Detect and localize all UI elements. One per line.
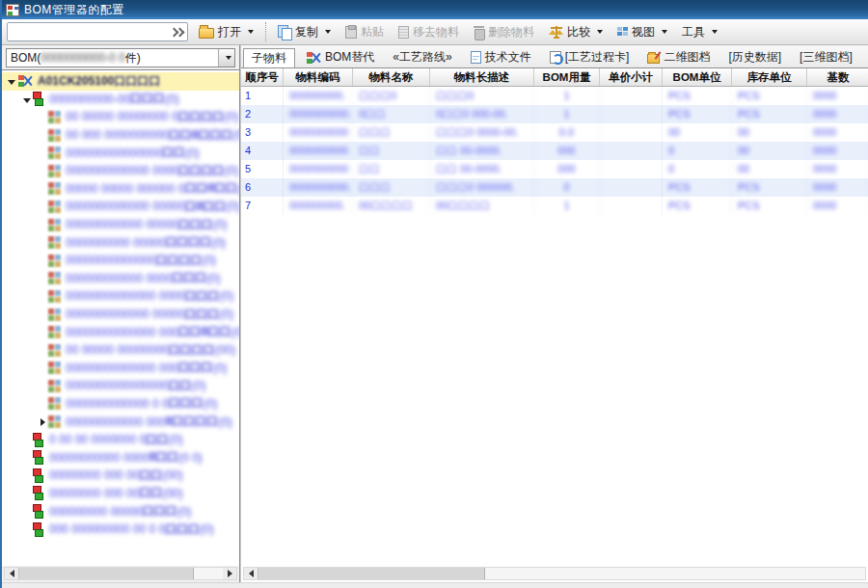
cell-qty[interactable]: 000 — [534, 142, 600, 160]
cell-stock_unit[interactable]: PCS — [732, 87, 807, 105]
cell-stock_unit[interactable]: PCS — [732, 178, 807, 197]
table-row[interactable]: 1000000000.口口口0口口口01PCSPCS0000 — [241, 87, 868, 105]
cell-base[interactable]: 0000 — [807, 105, 868, 123]
table-row[interactable]: 7000000000.00口口口口00口口口口1PCSPCS0000 — [241, 197, 868, 215]
tab-9[interactable] — [863, 47, 868, 67]
cell-desc[interactable]: 00口口口口 — [430, 197, 534, 215]
cell-qty[interactable]: 1 — [534, 197, 600, 215]
cell-bom_unit[interactable]: PCS — [663, 105, 732, 123]
cell-seq[interactable]: 5 — [241, 160, 284, 178]
cell-code[interactable]: 0000000000 — [284, 123, 353, 142]
tab-7[interactable]: [历史数据] — [720, 47, 789, 67]
tree-item[interactable]: 00000000 000 00 口口(00) — [2, 467, 239, 485]
tree-item[interactable]: 0000000000000 00000 口口口(0) — [2, 306, 239, 324]
copy-button[interactable]: 复制 — [274, 22, 335, 42]
tree-item[interactable]: 00000000000000 0000 口口口(0) — [2, 287, 239, 306]
cell-name[interactable]: 0口口 — [353, 105, 430, 123]
cell-seq[interactable]: 4 — [241, 142, 284, 160]
column-header[interactable]: 物料名称 — [353, 68, 430, 86]
cell-code[interactable]: 000000000. — [284, 197, 353, 215]
column-header[interactable]: 物料长描述 — [430, 68, 534, 86]
tree-item[interactable]: 00 000 0000000000 口口0口口口(00) — [2, 126, 239, 145]
tree-item[interactable]: 0000000000000000 口口(0) — [2, 377, 239, 395]
cell-seq[interactable]: 7 — [241, 197, 284, 215]
cell-price[interactable] — [600, 142, 663, 160]
scroll-right-button[interactable] — [223, 568, 236, 579]
cell-base[interactable]: 0000 — [807, 87, 868, 105]
tab-5[interactable]: [工艺过程卡] — [542, 47, 637, 67]
cell-bom_unit[interactable]: 00 — [663, 123, 732, 142]
cell-base[interactable]: 0000 — [807, 123, 868, 142]
column-header[interactable]: 物料编码 — [284, 68, 353, 86]
cell-stock_unit[interactable]: 00 — [732, 160, 807, 178]
scroll-thumb[interactable] — [18, 568, 194, 579]
tree-item[interactable]: 00 00000 00000000 0 口口口口(0) — [2, 108, 239, 126]
table-row[interactable]: 30000000000口口口口口口0 0000-00.0.000000000 — [241, 123, 868, 142]
cell-desc[interactable]: 口口 00-0000. — [430, 142, 534, 160]
tree-item[interactable]: 000000000000 000 0口口口口(0) — [2, 413, 239, 431]
tree-item[interactable]: 00000000000000 000 口口0口口(0) — [2, 323, 239, 341]
tree-item[interactable]: 0000000000000 00000 口0口口(0) — [2, 198, 239, 216]
cell-stock_unit[interactable]: PCS — [732, 105, 807, 123]
cell-code[interactable]: 0000000000. — [284, 105, 353, 123]
tree-h-scrollbar[interactable] — [4, 567, 237, 580]
tree-item[interactable]: 00000000000 0000 0口口(0 0) — [2, 448, 239, 467]
cell-base[interactable]: 0000 — [807, 197, 868, 215]
expander-down-icon[interactable] — [21, 93, 33, 106]
tab-3[interactable]: «工艺路线» — [385, 47, 459, 67]
cell-name[interactable]: 00口口口口 — [353, 197, 430, 215]
cell-code[interactable]: 0000000000. — [284, 178, 353, 197]
tree-item[interactable]: 0 00 00 0000000 0 口口(0) — [2, 431, 239, 449]
cell-desc[interactable]: 口口 00-0000. — [430, 160, 534, 178]
table-row[interactable]: 40000000000口口口口 00-0000.0000000000 — [241, 142, 868, 160]
cell-qty[interactable]: 1 — [534, 87, 600, 105]
cell-bom_unit[interactable]: PCS — [663, 178, 732, 197]
scroll-track[interactable] — [194, 568, 223, 579]
cell-price[interactable] — [600, 87, 663, 105]
column-header[interactable]: 单价小计 — [600, 68, 663, 86]
cell-desc[interactable]: 0口口0 000-00. — [430, 105, 534, 123]
cell-base[interactable]: 0000 — [807, 142, 868, 160]
tree-item[interactable]: 000000000000 00000 口口口(0) — [2, 216, 239, 234]
cell-price[interactable] — [600, 123, 663, 142]
cell-qty[interactable]: 000 — [534, 160, 600, 178]
cell-code[interactable]: 000000000. — [284, 87, 353, 105]
cell-qty[interactable]: 0 — [534, 178, 600, 197]
cell-desc[interactable]: 口口口0 0000-00. — [430, 123, 534, 142]
tree-item[interactable]: 00000 00000 000000 0 口口0口口(00) — [2, 180, 239, 199]
tree-item[interactable]: A01CK205100 口口口口 — [2, 72, 239, 91]
cell-desc[interactable]: 口口口0 — [430, 87, 534, 105]
cell-bom_unit[interactable]: PCS — [663, 197, 732, 215]
cell-name[interactable]: 口口口 — [353, 123, 430, 142]
expander-right-icon[interactable] — [37, 415, 48, 429]
tree-item[interactable]: 000000000000 0000 口口口(0) — [2, 270, 239, 288]
tree-item[interactable]: 0000000000-00 口口口(0) — [2, 91, 239, 109]
scroll-thumb[interactable] — [258, 568, 485, 579]
cell-name[interactable]: 口口 — [353, 160, 430, 178]
tree-item[interactable]: 00000000000000 000 口口口(0) — [2, 360, 239, 378]
column-header[interactable]: 库存单位 — [732, 68, 807, 86]
cell-price[interactable] — [600, 178, 663, 197]
quick-search-input[interactable] — [7, 22, 188, 41]
table-row[interactable]: 60000000000.口口口口口口0 000000.0PCSPCS0000 — [241, 178, 868, 197]
column-header[interactable]: BOM单位 — [663, 68, 732, 86]
tree-item[interactable]: 0000000000000 0000 口口口口(0) — [2, 162, 239, 180]
tree-item[interactable]: 00 00000 00000000 口口口口(00) — [2, 341, 239, 360]
cell-stock_unit[interactable]: 00 — [732, 142, 807, 160]
cell-bom_unit[interactable]: 0 — [663, 142, 732, 160]
cell-base[interactable]: 0000 — [807, 160, 868, 178]
cell-seq[interactable]: 3 — [241, 123, 284, 142]
tree-item[interactable]: 0000000000 00000 口口口口(0) — [2, 233, 239, 252]
column-header[interactable]: 基数 — [807, 68, 868, 86]
cell-name[interactable]: 口口 — [353, 142, 430, 160]
tree-item[interactable]: 000 000000000 00 0 0 口口口(0) — [2, 521, 239, 539]
cell-name[interactable]: 口口口 — [353, 178, 430, 197]
tab-8[interactable]: [三维图档] — [792, 47, 860, 67]
cell-bom_unit[interactable]: 0 — [663, 160, 732, 178]
table-h-scrollbar[interactable] — [243, 567, 866, 580]
combo-dropdown-button[interactable] — [218, 49, 234, 67]
tree-item[interactable]: 0000000000000 0 0 口口口(0) — [2, 395, 239, 414]
view-button[interactable]: 视图 — [613, 22, 671, 42]
double-chevron-icon[interactable] — [171, 27, 183, 37]
cell-code[interactable]: 0000000000 — [284, 142, 353, 160]
